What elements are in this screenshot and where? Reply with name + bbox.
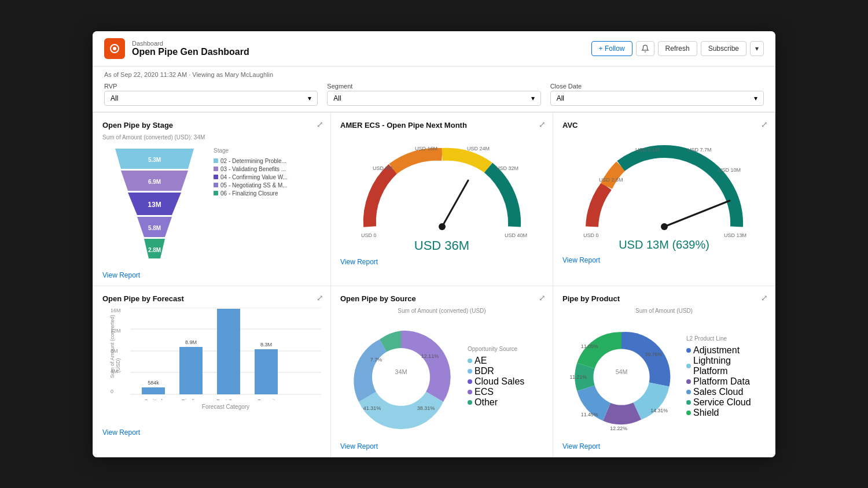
product-subtitle: Sum of Amount (USD) xyxy=(562,308,766,314)
rvp-select[interactable]: All ▾ xyxy=(104,91,318,106)
segment-label: Segment xyxy=(327,83,540,90)
svg-point-21 xyxy=(661,223,668,230)
close-date-chevron-icon: ▾ xyxy=(754,94,757,102)
funnel-legend: Stage 02 - Determining Proble... 03 - Va… xyxy=(214,147,288,197)
expand-icon[interactable]: ⤢ xyxy=(317,120,323,129)
product-view-report[interactable]: View Report xyxy=(562,442,600,450)
amer-gauge-value: USD 36M xyxy=(414,238,469,253)
header-left: Dashboard Open Pipe Gen Dashboard xyxy=(104,38,249,59)
segment-filter: Segment All ▾ xyxy=(327,83,540,106)
funnel-subtitle: Sum of Amount (converted) (USD): 34M xyxy=(102,134,321,141)
source-expand-icon[interactable]: ⤢ xyxy=(539,293,546,302)
legend-item-3: 04 - Confirming Value W... xyxy=(214,174,288,180)
breadcrumb: Dashboard xyxy=(132,40,249,47)
dropdown-button[interactable]: ▾ xyxy=(750,41,764,56)
svg-text:54M: 54M xyxy=(616,368,628,375)
main-window: Dashboard Open Pipe Gen Dashboard + Foll… xyxy=(93,31,775,457)
svg-text:11.21%: 11.21% xyxy=(569,374,587,379)
svg-text:Best Case: Best Case xyxy=(216,398,241,400)
source-donut-svg: 34M 12.11% 38.31% 41.31% 7.7% xyxy=(340,316,462,438)
svg-text:Commit: Commit xyxy=(258,398,275,400)
rvp-chevron-icon: ▾ xyxy=(308,94,311,102)
bar-chart-area: Sum of Amount (converted)(USD) 0 4M 8M 1… xyxy=(102,308,321,424)
open-pipe-source-card: Open Pipe by Source ⤢ Sum of Amount (con… xyxy=(331,286,553,457)
avc-gauge-container: USD 0 USD 2.6M USD 5.1M USD 7.7M USD 10M… xyxy=(562,134,766,252)
svg-text:11.05%: 11.05% xyxy=(581,343,598,349)
source-legend-bdr: BDR xyxy=(468,366,524,376)
refresh-button[interactable]: Refresh xyxy=(658,41,697,56)
svg-text:USD 24M: USD 24M xyxy=(467,146,490,151)
product-legend: L2 Product Line Adjustment Lightning Pla… xyxy=(686,335,766,418)
svg-text:5.8M: 5.8M xyxy=(148,225,161,231)
amer-ecs-view-report[interactable]: View Report xyxy=(340,258,378,266)
app-logo xyxy=(104,38,125,59)
svg-point-1 xyxy=(113,47,116,50)
close-date-filter: Close Date All ▾ xyxy=(550,83,764,106)
avc-card: AVC ⤢ USD 0 USD 2.6M USD 5.1M xyxy=(553,113,775,286)
open-pipe-stage-view-report[interactable]: View Report xyxy=(102,271,140,279)
svg-text:7.7%: 7.7% xyxy=(370,357,382,363)
svg-text:39.76%: 39.76% xyxy=(645,352,663,357)
subscribe-button[interactable]: Subscribe xyxy=(701,41,746,56)
product-expand-icon[interactable]: ⤢ xyxy=(761,293,768,302)
pipe-product-title: Pipe by Product xyxy=(562,294,766,303)
source-legend-cloud: Cloud Sales xyxy=(468,376,524,387)
amer-ecs-title: AMER ECS - Open Pipe Next Month xyxy=(340,121,543,130)
avc-expand-icon[interactable]: ⤢ xyxy=(761,120,768,129)
forecast-view-report[interactable]: View Report xyxy=(102,428,140,437)
svg-text:USD 40M: USD 40M xyxy=(505,232,527,238)
avc-title: AVC xyxy=(562,121,766,130)
svg-text:34M: 34M xyxy=(395,368,407,375)
svg-text:USD 13M: USD 13M xyxy=(724,232,746,238)
svg-text:41.31%: 41.31% xyxy=(363,405,381,411)
page-title: Open Pipe Gen Dashboard xyxy=(132,47,249,57)
product-legend-sc: Sales Cloud xyxy=(686,387,766,397)
svg-text:USD 8M: USD 8M xyxy=(373,165,392,171)
svg-text:13M: 13M xyxy=(148,201,161,209)
svg-text:8.9M: 8.9M xyxy=(185,339,197,345)
svg-text:USD 0: USD 0 xyxy=(361,232,377,238)
bell-icon-button[interactable] xyxy=(636,41,654,56)
svg-text:USD 2.6M: USD 2.6M xyxy=(599,177,623,183)
svg-text:Omitted: Omitted xyxy=(144,398,163,400)
svg-text:Pipeline: Pipeline xyxy=(182,398,200,400)
source-view-report[interactable]: View Report xyxy=(340,442,378,450)
bar-chart-svg: 584k 8.9M 16M 8.3M Omitted Pipeline Best… xyxy=(130,308,321,400)
svg-text:USD 10M: USD 10M xyxy=(718,167,741,173)
segment-select[interactable]: All ▾ xyxy=(327,91,540,106)
amer-expand-icon[interactable]: ⤢ xyxy=(539,120,546,129)
header: Dashboard Open Pipe Gen Dashboard + Foll… xyxy=(93,31,775,66)
avc-gauge-value: USD 13M (639%) xyxy=(619,238,709,252)
rvp-label: RVP xyxy=(104,83,318,90)
y-ticks: 0 4M 8M 12M 16M xyxy=(111,308,121,394)
open-pipe-stage-title: Open Pipe by Stage xyxy=(102,121,321,130)
source-legend-title: Opportunity Source xyxy=(468,346,524,352)
source-subtitle: Sum of Amount (converted) (USD) xyxy=(340,308,543,314)
svg-rect-33 xyxy=(142,387,165,394)
close-date-select[interactable]: All ▾ xyxy=(550,91,764,106)
svg-rect-37 xyxy=(217,309,240,394)
svg-line-20 xyxy=(664,201,730,227)
svg-text:12.11%: 12.11% xyxy=(421,353,439,359)
svg-text:USD 0: USD 0 xyxy=(583,232,599,238)
svg-text:38.31%: 38.31% xyxy=(417,405,435,411)
legend-item-2: 03 - Validating Benefits ... xyxy=(214,166,288,172)
product-legend-adj: Adjustment xyxy=(686,345,766,356)
source-legend-ecs: ECS xyxy=(468,387,524,397)
svg-rect-39 xyxy=(255,349,278,394)
product-legend-pd: Platform Data xyxy=(686,376,766,387)
avc-view-report[interactable]: View Report xyxy=(562,256,600,264)
follow-button[interactable]: + Follow xyxy=(591,41,632,56)
open-pipe-forecast-title: Open Pipe by Forecast xyxy=(102,294,321,303)
product-legend-title: L2 Product Line xyxy=(686,335,766,342)
svg-text:14.31%: 14.31% xyxy=(650,408,668,413)
forecast-expand-icon[interactable]: ⤢ xyxy=(317,293,323,302)
svg-text:584k: 584k xyxy=(148,380,159,386)
product-donut-wrap: 54M 39.76% 14.31% 12.22% 11.45% 11.21% 1… xyxy=(562,316,766,438)
source-legend: Opportunity Source AE BDR Cloud Sales EC… xyxy=(468,346,524,408)
svg-point-51 xyxy=(593,349,649,405)
svg-text:8.3M: 8.3M xyxy=(260,342,272,347)
segment-chevron-icon: ▾ xyxy=(531,94,535,102)
dashboard-grid: Open Pipe by Stage ⤢ Sum of Amount (conv… xyxy=(93,112,775,457)
product-legend-svc: Service Cloud xyxy=(686,397,766,408)
